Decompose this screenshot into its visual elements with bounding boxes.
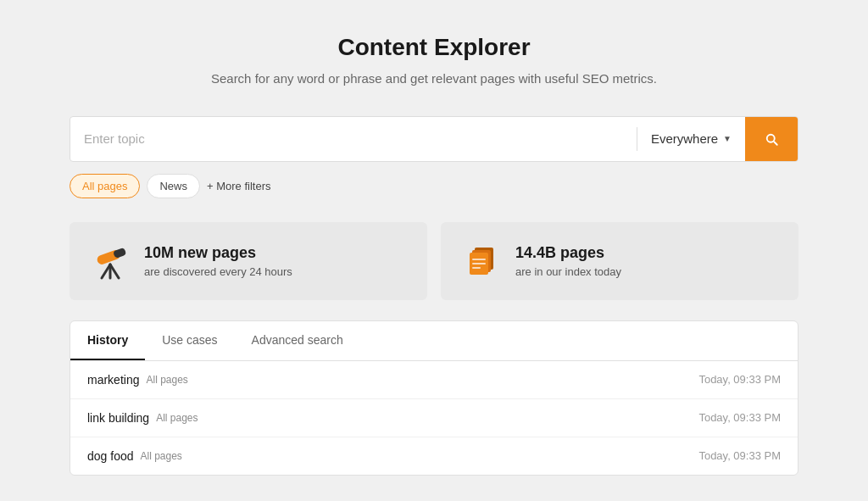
history-filter: All pages [146, 374, 187, 386]
tab-advanced-search[interactable]: Advanced search [235, 321, 360, 360]
page-header: Content Explorer Search for any word or … [70, 34, 798, 89]
page-container: Content Explorer Search for any word or … [70, 34, 798, 476]
scope-dropdown[interactable]: Everywhere ▼ [637, 120, 745, 158]
stat-new-pages-highlight: 10M new pages [144, 244, 292, 262]
search-bar: Everywhere ▼ [70, 116, 798, 162]
history-term: dog food [87, 449, 134, 463]
history-time: Today, 09:33 PM [698, 411, 781, 424]
history-item[interactable]: marketing All pages Today, 09:33 PM [70, 361, 798, 399]
tabs-header: History Use cases Advanced search [70, 321, 798, 361]
stat-new-pages-description: are discovered every 24 hours [144, 265, 292, 278]
stat-card-new-pages: 10M new pages are discovered every 24 ho… [70, 222, 427, 300]
tabs-section: History Use cases Advanced search market… [70, 320, 798, 476]
stats-row: 10M new pages are discovered every 24 ho… [70, 222, 798, 300]
history-term: link building [87, 411, 149, 425]
history-item[interactable]: link building All pages Today, 09:33 PM [70, 399, 798, 437]
history-item[interactable]: dog food All pages Today, 09:33 PM [70, 437, 798, 475]
history-item-left: link building All pages [87, 411, 198, 425]
search-icon [764, 131, 779, 147]
history-time: Today, 09:33 PM [698, 449, 781, 462]
history-filter: All pages [156, 412, 198, 424]
search-button[interactable] [745, 117, 798, 161]
more-filters-button[interactable]: + More filters [207, 180, 271, 192]
history-term: marketing [87, 373, 139, 387]
filter-bar: All pages News + More filters [70, 174, 798, 198]
page-subtitle: Search for any word or phrase and get re… [70, 70, 798, 89]
tab-use-cases[interactable]: Use cases [145, 321, 234, 360]
history-filter: All pages [141, 450, 182, 462]
scope-label: Everywhere [651, 131, 718, 146]
stat-index-pages-description: are in our index today [515, 265, 621, 278]
pages-icon [461, 241, 502, 281]
tab-history[interactable]: History [70, 321, 145, 360]
stat-new-pages-text: 10M new pages are discovered every 24 ho… [144, 244, 292, 278]
filter-all-pages[interactable]: All pages [70, 174, 140, 198]
search-input[interactable] [70, 120, 637, 158]
chevron-down-icon: ▼ [723, 134, 732, 143]
history-item-left: dog food All pages [87, 449, 182, 463]
history-time: Today, 09:33 PM [698, 373, 781, 386]
history-item-left: marketing All pages [87, 373, 188, 387]
stat-index-pages-text: 14.4B pages are in our index today [515, 244, 621, 278]
page-title: Content Explorer [70, 34, 798, 61]
stat-index-pages-highlight: 14.4B pages [515, 244, 621, 262]
telescope-icon [90, 241, 131, 281]
stat-card-index-pages: 14.4B pages are in our index today [441, 222, 798, 300]
history-list: marketing All pages Today, 09:33 PM link… [70, 361, 798, 475]
more-filters-label: + More filters [207, 180, 271, 192]
svg-point-5 [97, 257, 103, 262]
filter-news[interactable]: News [147, 174, 200, 198]
